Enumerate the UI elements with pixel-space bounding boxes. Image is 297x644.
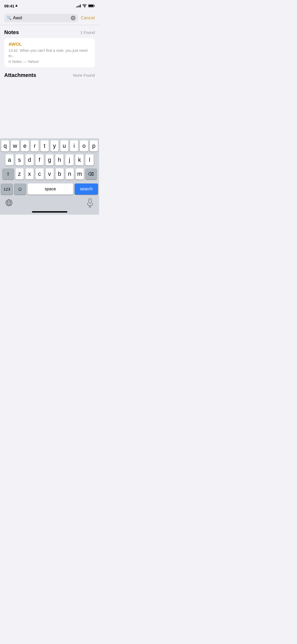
key-c[interactable]: c: [35, 168, 44, 180]
note-preview: 13:42 When you can't find a note, you ju…: [8, 48, 91, 58]
key-q[interactable]: q: [1, 140, 9, 151]
key-k[interactable]: k: [75, 154, 84, 165]
key-t[interactable]: t: [40, 140, 49, 151]
key-i[interactable]: i: [70, 140, 78, 151]
key-u[interactable]: u: [60, 140, 68, 151]
key-w[interactable]: w: [11, 140, 19, 151]
key-p[interactable]: p: [90, 140, 98, 151]
microphone-icon[interactable]: [86, 198, 94, 207]
note-folder: Notes — Yahoo!: [12, 59, 39, 64]
notes-count: 1 Found: [80, 30, 95, 35]
keyboard-row-2: a s d f g h j k l: [1, 154, 98, 165]
status-icons: [76, 4, 95, 7]
key-f[interactable]: f: [35, 154, 44, 165]
search-bar-container: 🔍 Cancel: [0, 12, 99, 25]
attachments-count: None Found: [73, 73, 95, 77]
svg-rect-9: [89, 199, 91, 203]
shift-key[interactable]: ⇧: [3, 168, 14, 180]
key-d[interactable]: d: [25, 154, 34, 165]
notes-section-title: Notes: [4, 29, 19, 35]
wifi-icon: [82, 4, 87, 7]
key-e[interactable]: e: [21, 140, 29, 151]
note-meta: ⊟ Notes — Yahoo!: [8, 59, 91, 64]
clear-button[interactable]: [71, 16, 76, 20]
key-v[interactable]: v: [45, 168, 54, 180]
home-indicator: [32, 211, 67, 213]
key-b[interactable]: b: [55, 168, 64, 180]
search-input[interactable]: [13, 16, 69, 20]
note-card[interactable]: AWOL 13:42 When you can't find a note, y…: [4, 38, 95, 67]
location-icon: ⤴: [15, 4, 18, 7]
key-l[interactable]: l: [85, 154, 94, 165]
globe-icon[interactable]: [5, 199, 13, 206]
key-o[interactable]: o: [80, 140, 88, 151]
key-s[interactable]: s: [15, 154, 24, 165]
keyboard-rows: q w e r t y u i o p a s d f g h j k l ⇧ …: [0, 138, 99, 183]
keyboard-row-1: q w e r t y u i o p: [1, 140, 98, 151]
search-icon: 🔍: [7, 16, 11, 20]
search-input-wrapper[interactable]: 🔍: [4, 14, 78, 22]
emoji-key[interactable]: ☺: [14, 183, 26, 195]
keyboard-bottom-row: 123 ☺ space search: [0, 183, 99, 196]
key-h[interactable]: h: [55, 154, 64, 165]
svg-text:⤴: ⤴: [15, 4, 17, 7]
delete-key[interactable]: ⌫: [86, 168, 97, 180]
key-z[interactable]: z: [15, 168, 24, 180]
folder-icon: ⊟: [8, 60, 11, 63]
numbers-key[interactable]: 123: [1, 183, 13, 195]
key-y[interactable]: y: [50, 140, 59, 151]
status-time: 09:41 ⤴: [4, 4, 18, 8]
svg-rect-3: [89, 5, 93, 7]
note-title: AWOL: [8, 42, 91, 47]
attachments-section-header: Attachments None Found: [4, 67, 95, 81]
key-x[interactable]: x: [25, 168, 34, 180]
battery-icon: [88, 4, 95, 7]
cancel-button[interactable]: Cancel: [81, 15, 95, 21]
key-a[interactable]: a: [5, 154, 14, 165]
svg-rect-2: [94, 5, 95, 7]
key-g[interactable]: g: [45, 154, 54, 165]
keyboard: q w e r t y u i o p a s d f g h j k l ⇧ …: [0, 138, 99, 215]
status-bar: 09:41 ⤴: [0, 0, 99, 12]
keyboard-row-3: ⇧ z x c v b n m ⌫: [1, 168, 98, 180]
search-key[interactable]: search: [75, 183, 98, 195]
notes-section-header: Notes 1 Found: [4, 25, 95, 38]
key-n[interactable]: n: [65, 168, 74, 180]
key-r[interactable]: r: [31, 140, 39, 151]
key-m[interactable]: m: [76, 168, 84, 180]
signal-icon: [76, 4, 81, 7]
key-j[interactable]: j: [65, 154, 74, 165]
space-key[interactable]: space: [27, 183, 73, 195]
attachments-section-title: Attachments: [4, 72, 36, 78]
results-area: Notes 1 Found AWOL 13:42 When you can't …: [0, 25, 99, 81]
